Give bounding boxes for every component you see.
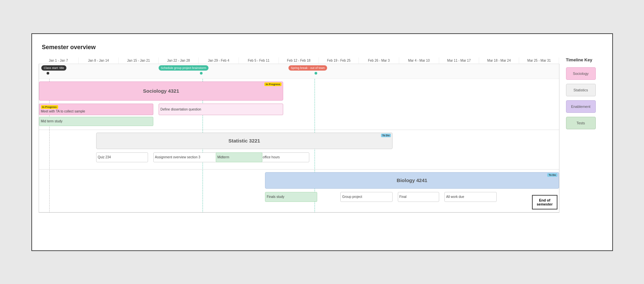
main-container: Semester overview Jan 1 - Jan 7 Jan 8 - … (31, 33, 613, 251)
week-header-4: Jan 22 - Jan 28 (159, 57, 199, 64)
end-semester-box: End ofsemester (532, 195, 557, 209)
bio-final: Final (398, 192, 439, 202)
week-header-1: Jan 1 - Jan 7 (39, 57, 79, 64)
sociology-row: Sociology 4321 In Progress In Progress M… (39, 79, 559, 130)
key-item-tests: Tests (566, 117, 606, 129)
timeline-body: Class start: title Schedule group projec… (39, 64, 559, 213)
statistics-name: Statistic 3221 (228, 138, 260, 143)
stats-midterm: Midterm (216, 152, 263, 162)
biology-block[interactable]: Biology 4241 To Do (265, 172, 559, 189)
sociology-subtask-midterm: Mid term study (39, 117, 153, 126)
schedule-group-label: Schedule group project brainstorm (159, 65, 209, 71)
key-item-statistics: Statistics (566, 84, 606, 96)
week-header-6: Feb 5 - Feb 11 (239, 57, 279, 64)
week-header-13: Mar 25 - Mar 31 (519, 57, 559, 64)
ta-label: Meet with TA to collect sample (41, 110, 151, 113)
timeline-key: Timeline Key Sociology Statistics Enable… (566, 57, 606, 213)
sociology-subtask-ta: In Progress Meet with TA to collect samp… (39, 104, 153, 115)
schedule-group-dot (200, 72, 203, 75)
ta-badge: In Progress (41, 105, 58, 109)
key-box-enablement: Enablement (566, 100, 596, 113)
biology-badge: To Do (547, 173, 557, 177)
key-title: Timeline Key (566, 57, 606, 62)
week-header-10: Mar 4 - Mar 10 (399, 57, 439, 64)
timeline-header: Jan 1 - Jan 7 Jan 8 - Jan 14 Jan 15 - Ja… (39, 57, 559, 64)
bio-group: Group project (340, 192, 392, 202)
statistics-block[interactable]: Statistic 3221 To Do (96, 133, 393, 149)
biology-row: Biology 4241 To Do Finals study Group pr… (39, 170, 559, 212)
bio-finals: Finals study (265, 192, 317, 202)
biology-name: Biology 4241 (397, 177, 428, 183)
sociology-badge: In Progress (264, 82, 282, 86)
spring-break-label: Spring break - out of town (288, 65, 327, 71)
week-header-7: Feb 12 - Feb 18 (279, 57, 319, 64)
key-box-statistics: Statistics (566, 84, 596, 96)
sociology-block[interactable]: Sociology 4321 In Progress (39, 81, 284, 101)
key-box-tests: Tests (566, 117, 596, 129)
week-header-12: Mar 18 - Mar 24 (479, 57, 519, 64)
statistics-badge: To Do (381, 134, 391, 137)
week-header-3: Jan 15 - Jan 21 (119, 57, 159, 64)
bio-allwork: All work due (444, 192, 496, 202)
spring-break-dot (315, 72, 317, 75)
sociology-subtask-dissertation: Define dissertation question (159, 104, 284, 115)
key-item-enablement: Enablement (566, 100, 606, 113)
key-box-sociology: Sociology (566, 67, 596, 80)
content-area: Jan 1 - Jan 7 Jan 8 - Jan 14 Jan 15 - Ja… (39, 57, 606, 213)
statistics-row: Statistic 3221 To Do Quiz 234 Assignment… (39, 130, 559, 170)
class-start-label: Class start: title (41, 65, 66, 71)
week-header-2: Jan 8 - Jan 14 (79, 57, 119, 64)
week-header-9: Feb 26 - Mar 3 (359, 57, 399, 64)
key-item-sociology: Sociology (566, 67, 606, 80)
week-header-8: Feb 19 - Feb 25 (319, 57, 359, 64)
stats-quiz: Quiz 234 (96, 152, 148, 162)
week-header-5: Jan 29 - Feb 4 (199, 57, 239, 64)
week-header-11: Mar 11 - Mar 17 (439, 57, 479, 64)
milestone-row: Class start: title Schedule group projec… (39, 64, 559, 79)
timeline-area: Jan 1 - Jan 7 Jan 8 - Jan 14 Jan 15 - Ja… (39, 57, 559, 213)
class-start-dot (47, 72, 49, 75)
page-title: Semester overview (42, 44, 606, 51)
sociology-name: Sociology 4321 (143, 88, 179, 94)
